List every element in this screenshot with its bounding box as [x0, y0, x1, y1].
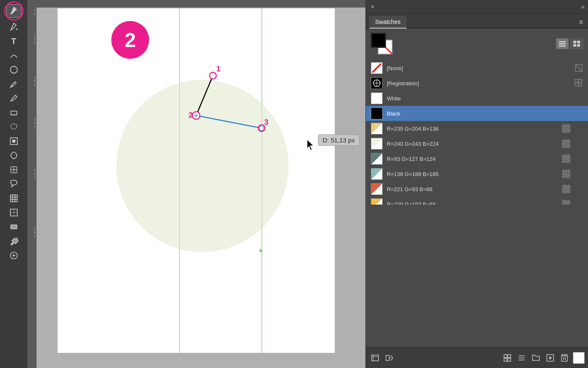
canvas-area: 2 1 2 3 + — [37, 0, 365, 368]
pattern-tool[interactable] — [6, 206, 21, 219]
swatch-label-8: R=221 G=93 B=66 — [387, 186, 558, 192]
tooltip: D: 51,13 px — [318, 134, 360, 146]
add-swatch-btn[interactable] — [544, 352, 556, 364]
svg-rect-46 — [573, 44, 576, 47]
speech-tool[interactable] — [6, 177, 21, 191]
swatch-row-8[interactable]: R=221 G=93 B=66 — [366, 181, 588, 197]
swatch-row-black[interactable]: Black — [366, 106, 588, 121]
chart-tool[interactable] — [6, 192, 21, 205]
swatch-color-4 — [371, 123, 383, 134]
svg-line-49 — [575, 65, 582, 71]
eyedropper-tool[interactable] — [6, 234, 21, 248]
swatch-label-7: R=138 G=188 B=185 — [387, 171, 558, 177]
swatch-icon-5-cmyk — [575, 140, 583, 147]
eraser-tool[interactable] — [6, 106, 21, 119]
swatch-row-7[interactable]: R=138 G=188 B=185 — [366, 166, 588, 181]
swatch-label-registration: [Registration] — [387, 80, 570, 87]
swatch-color-6 — [371, 153, 383, 165]
blob-tool[interactable] — [6, 149, 21, 162]
swatch-row-4[interactable]: R=235 G=204 B=136 — [366, 121, 588, 136]
transform-tool[interactable] — [6, 134, 21, 148]
close-button[interactable]: × — [369, 3, 376, 10]
grid-view-button[interactable] — [570, 38, 583, 49]
show-swatch-options-btn[interactable] — [516, 352, 528, 364]
collapse-button[interactable]: « — [581, 3, 585, 10]
swatch-color-8 — [371, 183, 383, 195]
swatch-library-btn[interactable] — [369, 352, 381, 364]
swatch-icon-none — [575, 64, 583, 72]
swatch-label-9: R=239 G=193 B=68 — [387, 201, 558, 205]
panel-menu-button[interactable]: ≡ — [578, 17, 585, 28]
swatch-selector-row — [366, 29, 588, 59]
toolbar: T — [0, 0, 27, 368]
mesh-tool[interactable] — [6, 163, 21, 176]
new-swatch-grid-btn[interactable] — [501, 352, 513, 364]
svg-rect-23 — [10, 225, 17, 229]
fill-stroke-indicator[interactable] — [371, 33, 393, 55]
swatches-tab[interactable]: Swatches — [369, 16, 407, 29]
swatch-color-registration — [371, 77, 383, 89]
svg-point-7 — [10, 124, 17, 129]
swatch-color-7 — [371, 168, 383, 180]
swatch-row-9[interactable]: R=239 G=193 B=68 — [366, 197, 588, 205]
svg-line-4 — [11, 85, 13, 87]
swatch-pattern-icon-5 — [562, 139, 570, 148]
svg-point-3 — [10, 66, 17, 74]
swatch-label-6: R=93 G=127 B=124 — [387, 156, 558, 162]
swatch-row-registration[interactable]: [Registration] — [366, 76, 588, 91]
svg-rect-45 — [577, 41, 580, 43]
new-swatch-folder-btn[interactable] — [530, 352, 542, 364]
swatch-pattern-icon-6 — [562, 155, 570, 163]
svg-rect-66 — [504, 358, 507, 361]
panel-bottom-toolbar — [366, 347, 588, 368]
text-tool[interactable]: T — [6, 34, 21, 48]
svg-rect-57 — [372, 355, 378, 361]
swatch-label-5: R=240 G=243 B=224 — [387, 141, 558, 147]
svg-rect-16 — [10, 195, 17, 202]
arc-tool[interactable] — [6, 49, 21, 62]
swatch-color-5 — [371, 138, 383, 150]
swatch-icon-registration — [575, 79, 583, 87]
svg-point-29 — [210, 72, 216, 79]
white-swatch-preview[interactable] — [573, 352, 585, 364]
svg-line-62 — [391, 358, 393, 360]
svg-rect-67 — [508, 358, 511, 361]
svg-rect-42 — [559, 43, 566, 45]
swatch-row-5[interactable]: R=240 G=243 B=224 — [366, 136, 588, 151]
swatch-color-none — [371, 62, 383, 74]
pen-add-tool[interactable] — [6, 20, 21, 34]
swatch-pattern-icon-7 — [562, 170, 570, 178]
delete-swatch-btn[interactable] — [559, 352, 570, 364]
svg-rect-43 — [559, 45, 566, 47]
swatch-row-none[interactable]: [None] — [366, 60, 588, 76]
ellipse-tool[interactable] — [6, 63, 21, 76]
swatch-icon-9-cmyk — [575, 200, 583, 205]
lasso-tool[interactable] — [6, 120, 21, 134]
svg-rect-47 — [577, 44, 580, 47]
swatch-row-white[interactable]: White — [366, 91, 588, 106]
rectangle-tool[interactable] — [6, 220, 21, 234]
swatch-label-black: Black — [387, 110, 570, 117]
badge-2: 2 — [111, 21, 149, 59]
new-color-group-btn[interactable] — [383, 352, 395, 364]
ruler-top — [37, 0, 365, 8]
swatches-panel: × « Swatches ≡ — [365, 0, 588, 368]
swatch-icon-black-cmyk — [575, 110, 582, 117]
cursor — [305, 139, 317, 154]
swatch-icon-white-cmyk — [575, 95, 582, 102]
symbol-tool[interactable] — [6, 249, 21, 262]
fill-box — [371, 33, 386, 48]
pen-tool[interactable] — [6, 4, 21, 18]
swatch-color-black — [371, 108, 383, 119]
list-view-button[interactable] — [556, 38, 569, 49]
swatch-pattern-icon-8 — [562, 185, 570, 193]
svg-rect-60 — [386, 355, 389, 360]
pencil-tool[interactable] — [6, 77, 21, 91]
swatch-label-white: White — [387, 95, 570, 102]
big-circle-shape — [116, 80, 289, 252]
swatch-row-6[interactable]: R=93 G=127 B=124 — [366, 151, 588, 166]
swatch-pattern-icon-4 — [562, 124, 570, 133]
brush-tool[interactable] — [6, 92, 21, 105]
svg-line-61 — [391, 355, 393, 358]
swatch-icon-8-cmyk — [575, 185, 583, 193]
